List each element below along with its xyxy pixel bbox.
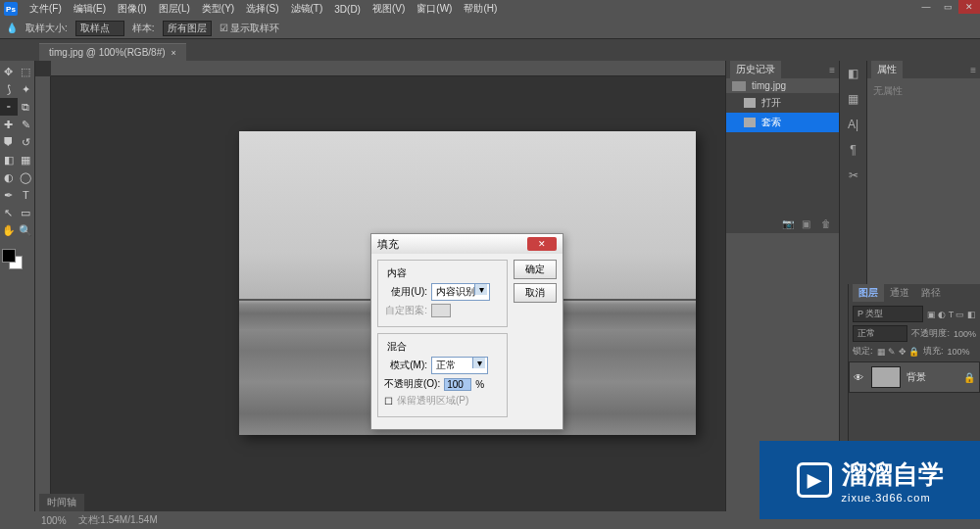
snapshot-icon[interactable]: 📷 [782, 218, 796, 230]
history-brush-tool[interactable]: ↺ [18, 133, 35, 151]
layers-tab[interactable]: 图层 [853, 284, 884, 302]
doc-info[interactable]: 文档:1.54M/1.54M [78, 513, 158, 527]
brush-tool[interactable]: ✎ [18, 116, 35, 133]
document-tab[interactable]: timg.jpg @ 100%(RGB/8#) × [39, 43, 186, 61]
use-label: 使用(U): [384, 285, 427, 299]
history-step-lasso[interactable]: 套索 [726, 113, 839, 132]
wand-tool[interactable]: ✦ [18, 80, 35, 98]
history-panel: timg.jpg 打开 套索 [726, 78, 839, 216]
content-legend: 内容 [384, 266, 410, 280]
fill-value[interactable]: 100% [948, 347, 970, 357]
history-step-open[interactable]: 打开 [726, 93, 839, 113]
preserve-label: 保留透明区域(P) [397, 394, 468, 408]
dodge-tool[interactable]: ◯ [18, 168, 35, 186]
fg-color-swatch[interactable] [2, 249, 16, 263]
dialog-close-button[interactable]: ✕ [527, 237, 557, 251]
marquee-tool[interactable]: ⬚ [18, 63, 35, 80]
menu-window[interactable]: 窗口(W) [411, 2, 458, 16]
watermark-main: 溜溜自学 [842, 459, 944, 489]
dialog-title-text: 填充 [377, 237, 399, 252]
history-tab[interactable]: 历史记录 [730, 61, 781, 78]
paths-tab[interactable]: 路径 [915, 284, 947, 302]
properties-tab[interactable]: 属性 [871, 61, 903, 78]
show-ring-checkbox[interactable]: ☑ 显示取样环 [220, 22, 280, 35]
fill-label: 填充: [923, 345, 944, 358]
move-tool[interactable]: ✥ [0, 63, 18, 80]
mode-dropdown[interactable]: 正常 [431, 357, 488, 374]
menu-bar: Ps 文件(F) 编辑(E) 图像(I) 图层(L) 类型(Y) 选择(S) 滤… [0, 0, 980, 18]
type-tool[interactable]: T [18, 186, 35, 204]
color-panel-icon[interactable]: ◧ [845, 65, 862, 82]
custom-pattern-label: 自定图案: [384, 304, 427, 317]
timeline-tab[interactable]: 时间轴 [39, 494, 84, 511]
sample-dropdown[interactable]: 所有图层 [163, 21, 212, 36]
menu-help[interactable]: 帮助(H) [458, 2, 503, 16]
color-swatches[interactable] [0, 249, 34, 272]
layer-name: 背景 [906, 370, 926, 384]
menu-filter[interactable]: 滤镜(T) [285, 2, 329, 16]
styles-panel-icon[interactable]: ✂ [845, 167, 862, 184]
use-dropdown[interactable]: 内容识别 [431, 283, 490, 301]
shape-tool[interactable]: ▭ [18, 204, 35, 221]
dialog-titlebar[interactable]: 填充 ✕ [371, 234, 563, 254]
sample-size-dropdown[interactable]: 取样点 [75, 21, 124, 36]
crop-tool[interactable]: ⧉ [18, 98, 35, 116]
layer-background[interactable]: 👁 背景 🔒 [849, 361, 980, 393]
props-menu-icon[interactable]: ≡ [970, 65, 976, 75]
lock-icon: 🔒 [963, 372, 975, 383]
preserve-checkbox[interactable]: ☐ [384, 396, 393, 407]
menu-file[interactable]: 文件(F) [24, 2, 68, 16]
path-tool[interactable]: ↖ [0, 204, 18, 221]
opacity-unit: % [475, 379, 484, 390]
menu-image[interactable]: 图像(I) [112, 2, 152, 16]
watermark-sub: zixue.3d66.com [842, 492, 944, 504]
close-button[interactable]: ✕ [958, 0, 980, 14]
layer-kind-filter[interactable]: P 类型 [853, 306, 923, 322]
menu-type[interactable]: 类型(Y) [196, 2, 240, 16]
new-state-icon[interactable]: ▣ [802, 218, 815, 230]
history-doc-entry[interactable]: timg.jpg [726, 78, 839, 93]
eraser-tool[interactable]: ◧ [0, 151, 18, 168]
stamp-tool[interactable]: ⛊ [0, 133, 18, 151]
cancel-button[interactable]: 取消 [514, 283, 557, 303]
menu-layer[interactable]: 图层(L) [153, 2, 196, 16]
maximize-button[interactable]: ▭ [937, 0, 958, 14]
blend-mode-dropdown[interactable]: 正常 [853, 325, 907, 342]
swatches-panel-icon[interactable]: ▦ [845, 90, 862, 108]
para-panel-icon[interactable]: ¶ [845, 141, 862, 159]
panel-menu-icon[interactable]: ≡ [829, 65, 835, 75]
document-tab-bar: timg.jpg @ 100%(RGB/8#) × [0, 39, 980, 61]
document-tab-title: timg.jpg @ 100%(RGB/8#) [49, 47, 166, 58]
minimize-button[interactable]: — [915, 0, 937, 14]
menu-view[interactable]: 视图(V) [367, 2, 411, 16]
visibility-icon[interactable]: 👁 [854, 372, 865, 383]
heal-tool[interactable]: ✚ [0, 116, 18, 133]
watermark: ▶ 溜溜自学 zixue.3d66.com [760, 441, 980, 519]
opacity-input[interactable]: 100 [444, 378, 471, 391]
trash-icon[interactable]: 🗑 [821, 218, 835, 230]
content-fieldset: 内容 使用(U): 内容识别 自定图案: [377, 260, 508, 327]
layer-thumbnail [871, 366, 901, 388]
gradient-tool[interactable]: ▦ [18, 151, 35, 168]
options-bar: 💧 取样大小: 取样点 样本: 所有图层 ☑ 显示取样环 [0, 18, 980, 39]
hand-tool[interactable]: ✋ [0, 221, 18, 239]
zoom-tool[interactable]: 🔍 [18, 221, 35, 239]
menu-edit[interactable]: 编辑(E) [68, 2, 112, 16]
blend-fieldset: 混合 模式(M): 正常 不透明度(O): 100 % ☐ 保留透明区域( [377, 333, 508, 417]
ps-logo-icon: Ps [4, 2, 18, 16]
menu-3d[interactable]: 3D(D) [328, 4, 367, 15]
layer-opacity-value[interactable]: 100% [954, 329, 976, 339]
pen-tool[interactable]: ✒ [0, 186, 18, 204]
eyedropper-tool[interactable]: ⁃ [0, 98, 18, 116]
lasso-tool[interactable]: ⟆ [0, 80, 18, 98]
close-tab-icon[interactable]: × [172, 48, 176, 58]
menu-select[interactable]: 选择(S) [240, 2, 284, 16]
ok-button[interactable]: 确定 [514, 260, 557, 279]
char-panel-icon[interactable]: A| [845, 116, 862, 133]
channels-tab[interactable]: 通道 [884, 284, 915, 302]
blur-tool[interactable]: ◐ [0, 168, 18, 186]
properties-body: 无属性 [867, 78, 980, 104]
mode-label: 模式(M): [384, 359, 427, 372]
zoom-level[interactable]: 100% [41, 515, 67, 526]
opacity-label: 不透明度(O): [384, 377, 440, 391]
